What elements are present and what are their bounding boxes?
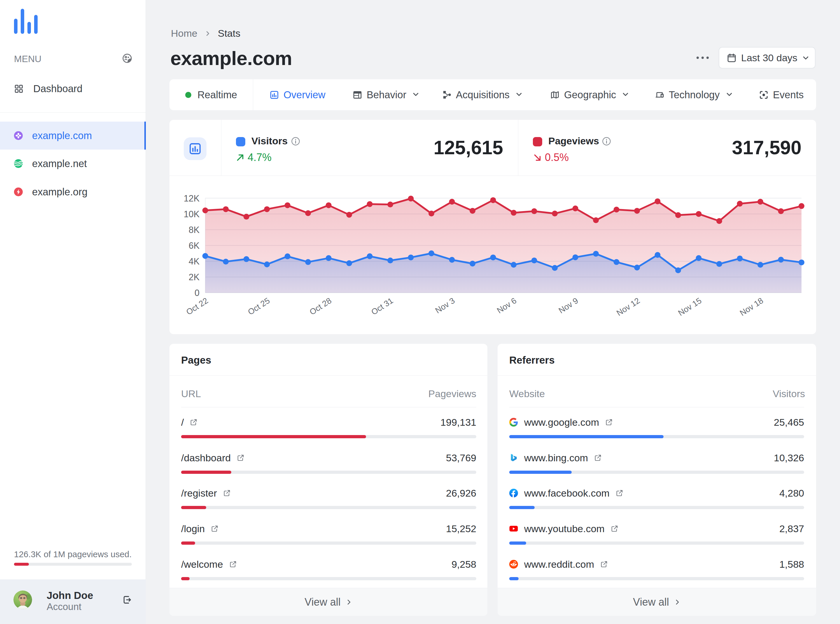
svg-text:Nov 15: Nov 15 bbox=[676, 296, 703, 318]
svg-text:4K: 4K bbox=[189, 256, 200, 266]
svg-text:Nov 18: Nov 18 bbox=[738, 296, 765, 318]
svg-text:0: 0 bbox=[195, 288, 200, 298]
svg-text:Oct 22: Oct 22 bbox=[185, 296, 210, 317]
svg-text:Oct 28: Oct 28 bbox=[308, 296, 333, 317]
svg-text:12K: 12K bbox=[184, 193, 200, 203]
svg-text:Oct 25: Oct 25 bbox=[246, 296, 271, 317]
svg-text:Nov 6: Nov 6 bbox=[495, 296, 518, 315]
svg-text:Nov 9: Nov 9 bbox=[557, 296, 580, 315]
svg-text:6K: 6K bbox=[189, 241, 200, 250]
svg-text:2K: 2K bbox=[189, 272, 200, 282]
svg-text:Nov 12: Nov 12 bbox=[615, 296, 641, 318]
svg-text:Oct 31: Oct 31 bbox=[370, 296, 394, 317]
svg-text:Nov 3: Nov 3 bbox=[434, 296, 456, 315]
svg-text:8K: 8K bbox=[189, 225, 200, 235]
svg-text:10K: 10K bbox=[184, 209, 200, 219]
